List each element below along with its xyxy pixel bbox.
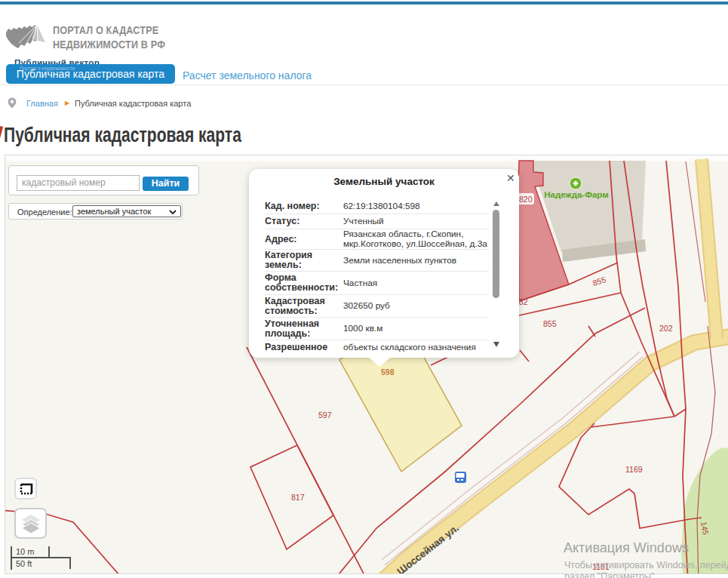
svg-text:817: 817: [291, 493, 305, 502]
svg-text:855: 855: [591, 275, 607, 287]
svg-text:820: 820: [519, 195, 533, 204]
svg-text:598: 598: [381, 367, 395, 377]
svg-text:1169: 1169: [625, 465, 643, 474]
svg-text:Шоссейная ул.: Шоссейная ул.: [395, 522, 461, 573]
svg-text:202: 202: [659, 324, 673, 333]
svg-text:Надежда-Фарм: Надежда-Фарм: [544, 190, 609, 199]
svg-text:855: 855: [543, 319, 557, 328]
svg-text:597: 597: [318, 410, 332, 420]
